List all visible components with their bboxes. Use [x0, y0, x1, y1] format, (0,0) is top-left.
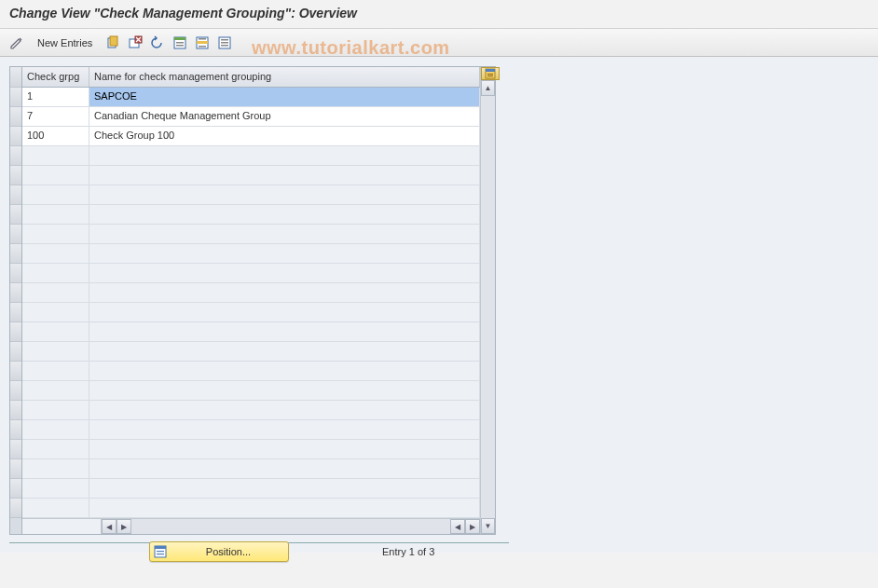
cell-name[interactable]	[89, 264, 480, 282]
scroll-right-icon[interactable]: ▶	[465, 519, 480, 534]
cell-name[interactable]	[89, 362, 480, 380]
cell-name[interactable]: Canadian Cheque Management Group	[89, 107, 480, 126]
table-row	[22, 303, 480, 322]
svg-rect-11	[199, 46, 206, 48]
cell-check-grpg[interactable]	[22, 401, 89, 419]
row-selector[interactable]	[10, 88, 21, 107]
cell-name[interactable]	[89, 342, 480, 361]
cell-name[interactable]	[89, 146, 480, 165]
cell-check-grpg[interactable]	[22, 499, 89, 517]
row-selector[interactable]	[10, 205, 21, 225]
cell-check-grpg[interactable]	[22, 381, 89, 400]
vertical-scrollbar: ▲ ▼	[480, 67, 495, 534]
table-config-icon[interactable]	[481, 67, 500, 80]
cell-check-grpg[interactable]: 1	[22, 88, 89, 106]
row-selector[interactable]	[10, 499, 21, 518]
row-selector[interactable]	[10, 146, 21, 166]
row-selector[interactable]	[10, 381, 21, 401]
svg-rect-10	[199, 38, 206, 40]
row-selector[interactable]	[10, 225, 21, 244]
row-selector-header[interactable]	[10, 67, 21, 88]
undo-change-icon[interactable]	[148, 34, 167, 52]
cell-name[interactable]: Check Group 100	[89, 127, 480, 145]
cell-check-grpg[interactable]: 7	[22, 107, 89, 126]
row-selector[interactable]	[10, 459, 21, 479]
row-selector[interactable]	[10, 420, 21, 440]
row-selector[interactable]	[10, 283, 21, 303]
vscroll-track[interactable]	[481, 96, 495, 518]
cell-check-grpg[interactable]	[22, 244, 89, 263]
cell-name[interactable]	[89, 283, 480, 302]
cell-name[interactable]: SAPCOE	[89, 88, 480, 106]
row-selector[interactable]	[10, 127, 21, 146]
svg-rect-15	[221, 45, 228, 47]
position-button-label: Position...	[171, 546, 285, 557]
scroll-left-icon[interactable]: ◀	[102, 519, 117, 534]
column-header-check-grpg[interactable]: Check grpg	[22, 67, 89, 87]
scroll-down-icon[interactable]: ▼	[481, 518, 495, 534]
table-row	[22, 499, 480, 518]
hscroll-track[interactable]	[131, 519, 450, 534]
cell-name[interactable]	[89, 205, 480, 224]
select-all-icon[interactable]	[171, 34, 189, 52]
cell-check-grpg[interactable]	[22, 440, 89, 458]
scroll-right-step-icon[interactable]: ◀	[450, 519, 465, 534]
toggle-display-change-icon[interactable]	[7, 34, 26, 52]
content-area: Check grpg Name for check management gro…	[0, 57, 878, 553]
cell-name[interactable]	[89, 303, 480, 321]
new-entries-button[interactable]: New Entries	[30, 35, 100, 50]
cell-check-grpg[interactable]	[22, 420, 89, 439]
cell-name[interactable]	[89, 440, 480, 458]
cell-name[interactable]	[89, 420, 480, 439]
cell-check-grpg[interactable]	[22, 303, 89, 321]
cell-check-grpg[interactable]	[22, 342, 89, 361]
cell-check-grpg[interactable]	[22, 283, 89, 302]
table-row	[22, 420, 480, 440]
cell-name[interactable]	[89, 322, 480, 341]
cell-check-grpg[interactable]	[22, 322, 89, 341]
position-button[interactable]: Position...	[149, 541, 289, 562]
row-selector[interactable]	[10, 362, 21, 381]
table-row	[22, 166, 480, 185]
svg-rect-6	[176, 42, 184, 44]
row-selector[interactable]	[10, 401, 21, 420]
cell-check-grpg[interactable]	[22, 459, 89, 478]
cell-check-grpg[interactable]	[22, 225, 89, 243]
copy-as-icon[interactable]	[103, 34, 122, 52]
row-selector[interactable]	[10, 166, 21, 185]
row-selector[interactable]	[10, 342, 21, 362]
select-block-icon[interactable]	[193, 34, 212, 52]
cell-name[interactable]	[89, 185, 480, 204]
cell-check-grpg[interactable]	[22, 146, 89, 165]
table-row: 1SAPCOE	[22, 88, 480, 107]
row-selector[interactable]	[10, 185, 21, 205]
cell-check-grpg[interactable]: 100	[22, 127, 89, 145]
cell-check-grpg[interactable]	[22, 479, 89, 498]
column-header-name[interactable]: Name for check management grouping	[89, 67, 480, 87]
row-selector[interactable]	[10, 264, 21, 283]
delete-icon[interactable]	[126, 34, 144, 52]
svg-rect-9	[197, 41, 208, 44]
cell-check-grpg[interactable]	[22, 166, 89, 185]
cell-check-grpg[interactable]	[22, 264, 89, 282]
row-selector[interactable]	[10, 244, 21, 264]
row-selector[interactable]	[10, 107, 21, 127]
cell-name[interactable]	[89, 459, 480, 478]
cell-name[interactable]	[89, 499, 480, 517]
row-selector[interactable]	[10, 479, 21, 499]
scroll-left-step-icon[interactable]: ▶	[117, 519, 131, 534]
cell-name[interactable]	[89, 225, 480, 243]
cell-name[interactable]	[89, 479, 480, 498]
row-selector[interactable]	[10, 303, 21, 322]
cell-name[interactable]	[89, 166, 480, 185]
cell-check-grpg[interactable]	[22, 205, 89, 224]
cell-name[interactable]	[89, 381, 480, 400]
cell-name[interactable]	[89, 401, 480, 419]
cell-name[interactable]	[89, 244, 480, 263]
row-selector[interactable]	[10, 440, 21, 459]
cell-check-grpg[interactable]	[22, 185, 89, 204]
deselect-all-icon[interactable]	[215, 34, 234, 52]
cell-check-grpg[interactable]	[22, 362, 89, 380]
row-selector[interactable]	[10, 322, 21, 342]
scroll-up-icon[interactable]: ▲	[481, 80, 495, 96]
